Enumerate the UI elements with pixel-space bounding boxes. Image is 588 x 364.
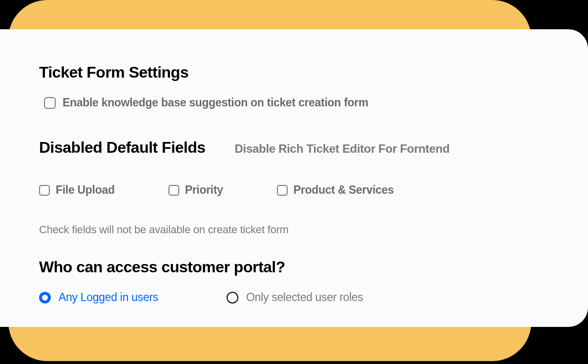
priority-label: Priority xyxy=(185,183,223,197)
priority-checkbox[interactable] xyxy=(168,185,179,196)
selected-roles-radio[interactable] xyxy=(227,292,238,303)
file-upload-field: File Upload xyxy=(39,183,115,197)
disable-rich-editor-label: Disable Rich Ticket Editor For Forntend xyxy=(235,142,450,156)
disabled-fields-heading: Disabled Default Fields xyxy=(39,139,206,157)
any-logged-label: Any Logged in users xyxy=(59,291,158,304)
selected-roles-label: Only selected user roles xyxy=(246,291,363,304)
disabled-fields-row: File Upload Priority Product & Services xyxy=(39,183,549,197)
enable-kb-label: Enable knowledge base suggestion on tick… xyxy=(63,96,368,109)
settings-panel: Ticket Form Settings Enable knowledge ba… xyxy=(0,29,588,327)
disabled-fields-helper: Check fields will not be available on cr… xyxy=(39,223,549,236)
file-upload-label: File Upload xyxy=(56,183,115,197)
product-services-label: Product & Services xyxy=(294,183,394,197)
selected-roles-option: Only selected user roles xyxy=(227,291,363,304)
any-logged-option: Any Logged in users xyxy=(39,291,158,304)
access-options-row: Any Logged in users Only selected user r… xyxy=(39,291,549,304)
access-heading: Who can access customer portal? xyxy=(39,258,549,276)
any-logged-radio[interactable] xyxy=(39,292,51,303)
product-services-field: Product & Services xyxy=(277,183,394,197)
enable-kb-checkbox[interactable] xyxy=(44,97,56,109)
disabled-fields-header: Disabled Default Fields Disable Rich Tic… xyxy=(39,139,549,157)
enable-kb-row: Enable knowledge base suggestion on tick… xyxy=(44,96,549,109)
ticket-form-settings-heading: Ticket Form Settings xyxy=(39,63,549,81)
priority-field: Priority xyxy=(168,183,223,197)
file-upload-checkbox[interactable] xyxy=(39,185,50,196)
product-services-checkbox[interactable] xyxy=(277,185,288,196)
